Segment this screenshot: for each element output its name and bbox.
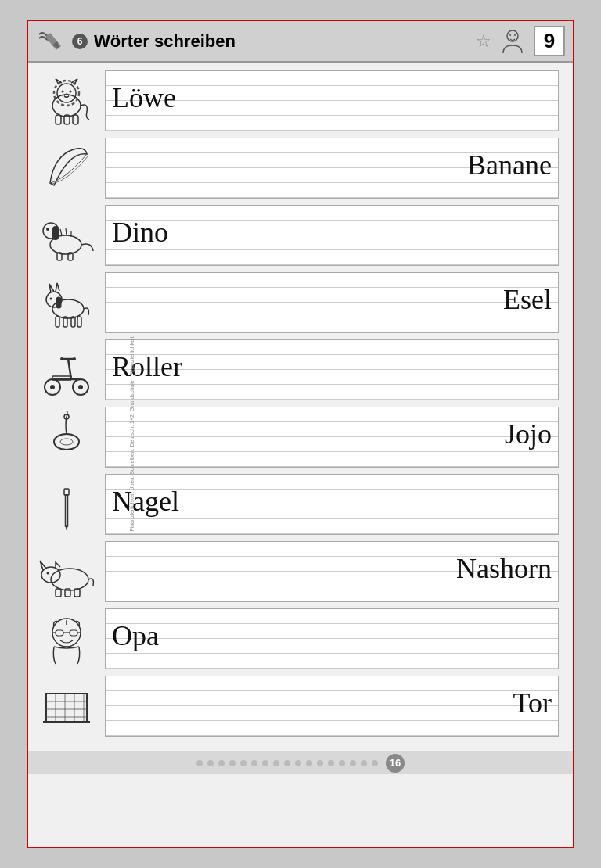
- writing-area-opa: Opa: [105, 608, 559, 669]
- line4: [106, 452, 558, 467]
- image-goal: [36, 676, 97, 737]
- word-nashorn: Nashorn: [456, 552, 552, 585]
- word-dino: Dino: [112, 216, 168, 249]
- header-icon: [36, 27, 66, 56]
- writing-area-loewe: Löwe: [105, 70, 559, 131]
- row-loewe: Löwe: [36, 70, 559, 131]
- svg-point-28: [50, 385, 55, 389]
- image-nail: [36, 474, 97, 535]
- svg-rect-36: [64, 489, 69, 495]
- image-rhino: [36, 541, 97, 602]
- line2: [106, 288, 558, 303]
- image-lion: [36, 70, 97, 131]
- writing-area-esel: Esel: [105, 272, 559, 333]
- dot: [251, 760, 257, 766]
- image-dino: [36, 205, 97, 266]
- line1: [106, 407, 558, 422]
- worksheet-page: 6 Wörter schreiben ☆ 9: [27, 20, 574, 848]
- svg-rect-45: [56, 630, 63, 636]
- line3: [106, 303, 558, 317]
- word-opa: Opa: [112, 619, 159, 652]
- line3: [106, 639, 558, 654]
- line4: [106, 183, 558, 198]
- dot: [229, 760, 236, 766]
- svg-point-34: [60, 439, 73, 445]
- line4: [106, 586, 558, 601]
- dot: [317, 760, 323, 766]
- page-title: Wörter schreiben: [94, 31, 470, 52]
- word-nagel: Nagel: [112, 485, 179, 518]
- line3: [106, 235, 558, 250]
- word-banane: Banane: [467, 149, 552, 181]
- writing-area-nagel: Nagel: [105, 474, 559, 535]
- row-roller: Roller: [36, 339, 559, 400]
- line3: [106, 437, 558, 452]
- side-text: Finanzierlichkeit Üben: Schreiben. Deuts…: [129, 336, 135, 531]
- svg-point-31: [73, 357, 76, 360]
- image-jojo: [36, 407, 97, 468]
- line4: [106, 250, 558, 265]
- image-roller: [36, 339, 97, 400]
- dot: [207, 760, 214, 766]
- dot: [273, 760, 279, 766]
- svg-point-9: [70, 91, 72, 93]
- row-jojo: Jojo: [36, 407, 559, 468]
- dot: [295, 760, 301, 766]
- line2: [106, 221, 558, 235]
- writing-area-jojo: Jojo: [105, 407, 559, 468]
- line1: [106, 206, 558, 221]
- svg-rect-11: [56, 115, 61, 124]
- svg-rect-21: [56, 317, 59, 327]
- svg-point-6: [57, 84, 76, 102]
- svg-rect-50: [46, 694, 87, 722]
- footer-bar: 16: [28, 751, 573, 774]
- line4: [106, 519, 558, 534]
- dot: [372, 760, 378, 766]
- svg-point-8: [62, 91, 64, 93]
- writing-area-roller: Roller: [105, 339, 559, 400]
- svg-rect-37: [66, 495, 68, 526]
- word-jojo: Jojo: [505, 418, 552, 450]
- image-esel: [36, 272, 97, 333]
- page-number: 9: [534, 26, 565, 56]
- line2: [106, 422, 558, 437]
- dot: [350, 760, 356, 766]
- svg-rect-32: [52, 376, 71, 380]
- line2: [106, 624, 558, 639]
- footer-page-number: 16: [386, 754, 405, 773]
- line3: [106, 706, 558, 721]
- svg-point-33: [54, 434, 79, 450]
- dot: [240, 760, 247, 766]
- svg-rect-24: [77, 317, 81, 327]
- svg-rect-13: [73, 115, 78, 124]
- svg-point-43: [47, 572, 49, 575]
- writing-area-tor: Tor: [105, 676, 559, 737]
- svg-point-4: [514, 34, 516, 36]
- row-tor: Tor: [36, 676, 559, 737]
- word-roller: Roller: [112, 350, 182, 383]
- line4: [106, 385, 558, 400]
- svg-point-29: [78, 385, 83, 389]
- row-esel: Esel: [36, 272, 559, 333]
- worksheet-content: Löwe Banane: [28, 63, 573, 751]
- page-dots: 16: [196, 754, 405, 773]
- row-banane: Banane: [36, 138, 559, 199]
- image-grandpa: [36, 608, 97, 669]
- writing-area-banane: Banane: [105, 138, 559, 199]
- line1: [106, 609, 558, 624]
- row-nashorn: Nashorn: [36, 541, 559, 602]
- dot: [361, 760, 367, 766]
- svg-point-30: [60, 357, 63, 360]
- row-nagel: Nagel: [36, 474, 559, 535]
- svg-point-3: [509, 34, 511, 36]
- row-opa: Opa: [36, 608, 559, 669]
- svg-rect-40: [56, 589, 61, 597]
- writing-area-nashorn: Nashorn: [105, 541, 559, 602]
- svg-point-38: [51, 569, 88, 590]
- line2: [106, 691, 558, 706]
- dot: [284, 760, 290, 766]
- line1: [106, 676, 558, 691]
- dot: [306, 760, 312, 766]
- exercise-number: 6: [72, 34, 88, 49]
- line4: [106, 721, 558, 736]
